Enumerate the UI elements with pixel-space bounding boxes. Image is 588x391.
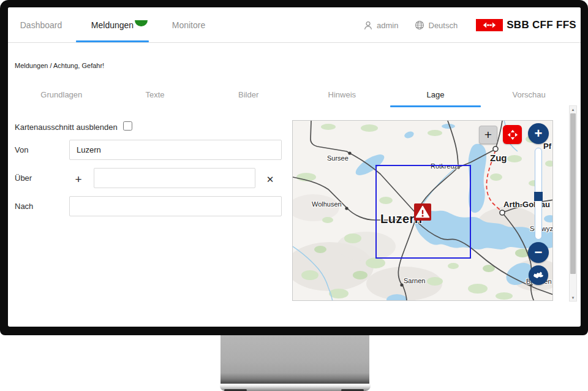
add-via-button[interactable]: +: [72, 173, 85, 185]
map-label-sarnen: Sarnen: [404, 277, 425, 284]
map-label-sursee: Sursee: [327, 154, 349, 162]
ueber-input[interactable]: [94, 168, 255, 188]
clear-via-button[interactable]: ✕: [264, 173, 276, 185]
hide-map-checkbox[interactable]: [123, 121, 132, 131]
plus-icon: +: [535, 126, 543, 142]
tab-bar: Grundlagen Texte Bilder Hinweis Lage Vor…: [15, 87, 576, 107]
map-label-zug: Zug: [490, 153, 507, 163]
tab-vorschau[interactable]: Vorschau: [482, 87, 576, 107]
user-icon: [364, 21, 372, 30]
hide-map-label: Kartenausschnitt ausblenden: [15, 123, 118, 132]
map-label-pf-clipped: Pf: [543, 142, 551, 151]
nav-label: Monitore: [172, 20, 205, 30]
scrollbar-thumb[interactable]: [570, 113, 576, 274]
map-label-wolhusen: Wolhusen: [312, 200, 342, 208]
warning-marker[interactable]: [414, 203, 431, 221]
nav-label: Dashboard: [20, 20, 62, 30]
plus-icon: +: [484, 127, 492, 142]
minus-icon: −: [535, 245, 543, 260]
tab-hinweis[interactable]: Hinweis: [295, 87, 389, 107]
switzerland-icon: [532, 271, 545, 279]
warning-icon: [414, 203, 431, 221]
tab-grundlagen[interactable]: Grundlagen: [15, 87, 108, 107]
nav-label: Meldungen: [91, 20, 134, 30]
page: Dashboard Meldungen Monitore admin: [0, 0, 588, 391]
scroll-down-icon[interactable]: ▼: [570, 294, 576, 301]
reset-extent-button[interactable]: [529, 265, 548, 285]
plus-icon: +: [75, 173, 81, 185]
map-pan-button[interactable]: [503, 125, 522, 144]
von-input[interactable]: [69, 140, 282, 160]
nach-input[interactable]: [69, 196, 282, 216]
pan-arrows-icon: [506, 128, 519, 142]
monitor-stand: [221, 335, 369, 384]
tab-bilder[interactable]: Bilder: [202, 87, 295, 107]
sbb-double-arrow-icon: [479, 21, 500, 29]
nav-item-meldungen[interactable]: Meldungen: [76, 7, 149, 43]
nav-right-cluster: admin Deutsch: [364, 7, 576, 43]
user-name: admin: [377, 21, 398, 30]
sbb-flag: [476, 19, 503, 31]
map-label-arth-goldau: Arth-Goldau: [503, 200, 550, 209]
von-label: Von: [15, 145, 28, 154]
screen: Dashboard Meldungen Monitore admin: [8, 7, 581, 327]
globe-icon: [415, 20, 424, 30]
user-menu[interactable]: admin: [364, 21, 398, 30]
nach-label: Nach: [15, 202, 33, 211]
vertical-scrollbar[interactable]: ▲ ▼: [569, 105, 577, 302]
nav-item-monitore[interactable]: Monitore: [161, 7, 216, 43]
tab-lage[interactable]: Lage: [389, 87, 483, 107]
monitor-bezel: Dashboard Meldungen Monitore admin: [0, 0, 588, 335]
map-secondary-zoom-button[interactable]: +: [479, 126, 497, 144]
nav-item-dashboard[interactable]: Dashboard: [15, 7, 67, 43]
map-canvas[interactable]: Sursee Wolhusen Rotkreuz Zug Luzern Arth…: [292, 120, 553, 301]
scroll-up-icon[interactable]: ▲: [570, 106, 576, 113]
zoom-in-button[interactable]: +: [528, 123, 549, 144]
ueber-label: Über: [15, 173, 32, 183]
top-navbar: Dashboard Meldungen Monitore admin: [8, 7, 581, 43]
notification-badge-icon: [135, 20, 148, 26]
brand: SBB CFF FFS: [476, 19, 576, 31]
zoom-slider-handle[interactable]: [534, 192, 543, 201]
close-icon: ✕: [266, 175, 274, 184]
brand-text: SBB CFF FFS: [507, 19, 576, 31]
tab-texte[interactable]: Texte: [108, 87, 202, 107]
zoom-out-button[interactable]: −: [528, 242, 549, 263]
language-menu[interactable]: Deutsch: [415, 20, 458, 30]
breadcrumb: Meldungen / Achtung, Gefahr!: [15, 62, 104, 69]
language-name: Deutsch: [429, 21, 458, 30]
